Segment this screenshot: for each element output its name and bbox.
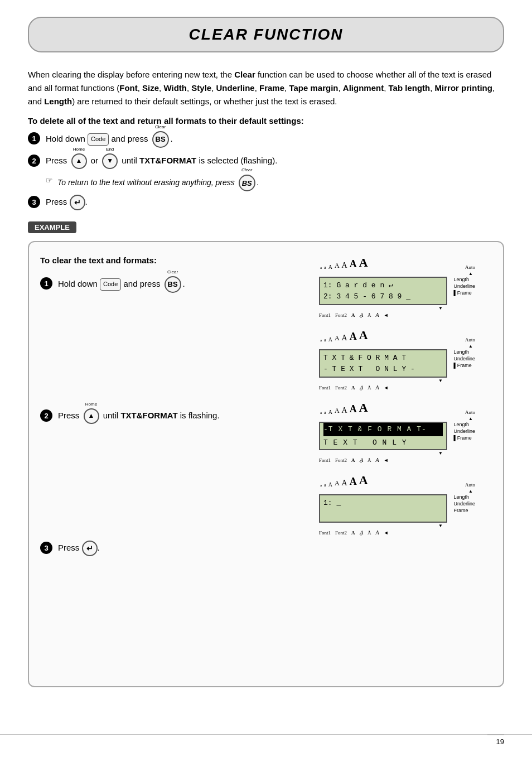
lcd1-line1: 1: G a r d e n ↵ xyxy=(323,280,443,291)
example-displays: a a A A A A A Auto ▲ 1: G a r d e n ↵ 2:… xyxy=(319,255,492,673)
step-1-num: 1 xyxy=(28,132,40,144)
example-title: To clear the text and formats: xyxy=(40,255,308,265)
step-2-num: 2 xyxy=(28,155,40,167)
bottom-rule xyxy=(0,734,532,735)
note-line: ☞ To return to the text without erasing … xyxy=(46,175,504,191)
page-title: CLEAR FUNCTION xyxy=(40,26,492,44)
ex-step-2-num: 2 xyxy=(40,409,52,422)
ex-step-2-content: Press Home ▲ until TXT&FORMAT is flashin… xyxy=(58,408,220,424)
step-2-note: ☞ To return to the text without erasing … xyxy=(28,175,504,191)
ex-bs-key-wrapper: Clear BS xyxy=(165,276,181,293)
up-key: ▲ xyxy=(71,153,87,169)
lcd2-underline: Underline xyxy=(453,356,475,361)
lcd3-line1: -T X T & F O R M A T- xyxy=(323,423,443,436)
lcd4-font-sizes: a a A A A A A Auto xyxy=(319,473,475,488)
ex-step-3-content: Press ↵. xyxy=(58,541,100,556)
lcd1-sidebar: Length Underline ▌Frame xyxy=(453,277,475,296)
bs-key-wrapper: Clear BS xyxy=(152,131,169,148)
lcd1-bottom: Font1 Font2 A A̱ Å A ◄ xyxy=(319,312,475,318)
lcd1-line2: 2: 3 4 5 - 6 7 8 9 _ xyxy=(323,291,443,302)
clear-label-1: Clear xyxy=(155,124,166,131)
ex-step-1-num: 1 xyxy=(40,277,52,290)
ex-enter-key: ↵ xyxy=(82,541,98,556)
lcd1-auto: Auto xyxy=(465,264,475,270)
ex-home-label: Home xyxy=(85,401,97,408)
end-key-wrapper: End ▼ xyxy=(102,153,118,169)
note-clear-label: Clear xyxy=(241,167,252,172)
ex-step-3-num: 3 xyxy=(40,542,52,554)
lcd3-underline: Underline xyxy=(453,428,475,434)
step-3-content: Press ↵. xyxy=(46,195,88,210)
lcd4-length: Length xyxy=(453,494,475,500)
note-icon: ☞ xyxy=(46,176,53,185)
lcd1-font-sizes: a a A A A A A Auto xyxy=(319,255,475,270)
example-steps: 1 Hold down Code and press Clear BS . 2 xyxy=(40,276,308,673)
lcd4-line1: 1: _ xyxy=(323,498,443,509)
enter-key: ↵ xyxy=(70,195,85,210)
ex-bs-key: BS xyxy=(165,276,181,293)
step-1: 1 Hold down Code and press Clear BS . xyxy=(28,131,504,148)
example-box: To clear the text and formats: 1 Hold do… xyxy=(28,241,504,687)
lcd3-font-sizes: a a A A A A A Auto xyxy=(319,401,475,415)
lcd3-auto: Auto xyxy=(465,409,475,415)
lcd4-sidebar: Length Underline Frame xyxy=(453,494,475,513)
lcd-display-2: a a A A A A A Auto ▲ T X T & F O R M A T… xyxy=(319,328,475,390)
lcd3-screen: -T X T & F O R M A T- T E X T O N L Y xyxy=(319,422,447,450)
lcd2-line1: T X T & F O R M A T xyxy=(323,353,443,364)
intro-paragraph: When clearing the display before enterin… xyxy=(28,68,504,108)
lcd2-line2: - T E X T O N L Y - xyxy=(323,364,443,375)
note-bs-key: BS xyxy=(239,175,255,191)
example-step-2: 2 Press Home ▲ until TXT&FORMAT is flash… xyxy=(40,408,308,541)
step-3: 3 Press ↵. xyxy=(28,195,504,210)
lcd4-auto: Auto xyxy=(465,482,475,488)
lcd4-frame: Frame xyxy=(453,508,475,513)
lcd2-font-sizes: a a A A A A A Auto xyxy=(319,328,475,343)
lcd3-bottom: Font1 Font2 A A̱ Å A ◄ xyxy=(319,457,475,463)
ex-step-1-content: Hold down Code and press Clear BS . xyxy=(58,276,185,293)
page-number: 19 xyxy=(487,735,504,746)
example-badge: EXAMPLE xyxy=(28,221,76,233)
lcd1-screen: 1: G a r d e n ↵ 2: 3 4 5 - 6 7 8 9 _ xyxy=(319,277,447,305)
step-1-content: Hold down Code and press Clear BS . xyxy=(46,131,173,148)
step-3-num: 3 xyxy=(28,196,40,208)
ex-home-key-wrapper: Home ▲ xyxy=(84,408,99,424)
lcd2-auto: Auto xyxy=(465,337,475,343)
example-left: To clear the text and formats: 1 Hold do… xyxy=(40,255,308,673)
step-2: 2 Press Home ▲ or End ▼ until TXT&FORMAT… xyxy=(28,153,504,169)
note-bs-key-wrapper: Clear BS xyxy=(239,175,255,191)
lcd4-screen: 1: _ xyxy=(319,494,447,523)
steps-list: 1 Hold down Code and press Clear BS . 2 … xyxy=(28,131,504,210)
example-step-1: 1 Hold down Code and press Clear BS . xyxy=(40,276,308,408)
lcd3-length: Length xyxy=(453,422,475,427)
home-label: Home xyxy=(73,146,85,153)
home-key-wrapper: Home ▲ xyxy=(71,153,87,169)
lcd-display-3: a a A A A A A Auto ▲ -T X T & F O R M A … xyxy=(319,401,475,463)
example-step-3: 3 Press ↵. xyxy=(40,541,308,673)
note-text: To return to the text without erasing an… xyxy=(57,175,259,191)
lcd-display-4: a a A A A A A Auto ▲ 1: _ Length xyxy=(319,473,475,536)
lcd2-screen: T X T & F O R M A T - T E X T O N L Y - xyxy=(319,349,447,378)
ex-code-key: Code xyxy=(100,278,121,291)
lcd4-bottom: Font1 Font2 A A̱ Å A ◄ xyxy=(319,529,475,536)
down-key: ▼ xyxy=(102,153,118,169)
end-label: End xyxy=(106,146,114,153)
lcd-display-1: a a A A A A A Auto ▲ 1: G a r d e n ↵ 2:… xyxy=(319,255,475,318)
bs-key: BS xyxy=(152,131,169,148)
lcd4-underline: Underline xyxy=(453,501,475,507)
lcd2-length: Length xyxy=(453,349,475,355)
lcd1-frame: ▌Frame xyxy=(453,290,475,296)
lcd1-length: Length xyxy=(453,277,475,282)
ex-up-key: ▲ xyxy=(84,408,99,424)
lcd3-frame: ▌Frame xyxy=(453,435,475,441)
lcd2-frame: ▌Frame xyxy=(453,363,475,368)
ex-clear-label: Clear xyxy=(167,269,178,276)
step-2-content: Press Home ▲ or End ▼ until TXT&FORMAT i… xyxy=(46,153,277,169)
lcd1-underline: Underline xyxy=(453,283,475,289)
title-box: CLEAR FUNCTION xyxy=(28,17,504,52)
lcd2-bottom: Font1 Font2 A A̱ Å A ◄ xyxy=(319,384,475,390)
code-key: Code xyxy=(88,133,109,146)
lcd2-sidebar: Length Underline ▌Frame xyxy=(453,349,475,368)
lcd4-line2 xyxy=(323,509,443,520)
lcd3-sidebar: Length Underline ▌Frame xyxy=(453,422,475,441)
section-heading: To delete all of the text and return all… xyxy=(28,116,504,126)
